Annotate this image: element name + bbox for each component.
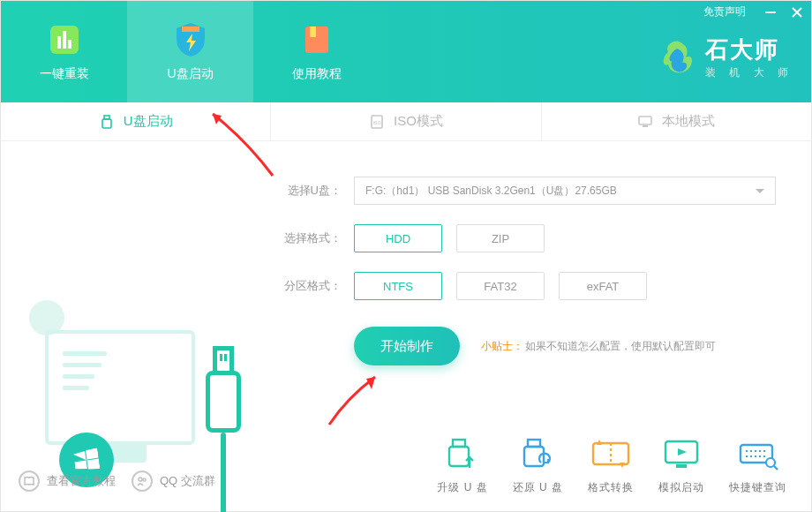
svg-rect-16: [528, 440, 540, 447]
tip-text: 小贴士：如果不知道怎么配置，使用默认配置即可: [481, 339, 716, 354]
book-icon: [299, 22, 335, 57]
svg-rect-15: [449, 447, 469, 466]
action-label: 升级 U 盘: [437, 480, 487, 495]
svg-rect-2: [57, 36, 61, 49]
action-label: 格式转换: [588, 480, 634, 495]
action-label: 模拟启动: [658, 480, 704, 495]
fs-option-fat32[interactable]: FAT32: [456, 272, 545, 300]
tab-label: 本地模式: [662, 113, 715, 130]
format-option-hdd[interactable]: HDD: [354, 224, 442, 252]
iso-file-icon: ISO: [369, 114, 385, 130]
tab-local-mode[interactable]: 本地模式: [542, 102, 811, 140]
format-label: 选择格式：: [276, 230, 342, 246]
play-monitor-icon: [658, 436, 704, 473]
svg-point-28: [143, 478, 146, 481]
action-upgrade-usb[interactable]: 升级 U 盘: [437, 436, 487, 495]
monitor-icon: [637, 114, 653, 130]
action-label: 还原 U 盘: [513, 480, 563, 495]
action-bar: 升级 U 盘 还原 U 盘 格式转换 模拟启动 快捷键查询: [437, 436, 786, 495]
svg-rect-13: [643, 125, 648, 127]
usb-up-icon: [440, 436, 485, 473]
footer-links: 查看官方教程 QQ 交流群: [19, 471, 215, 492]
nav-label: U盘启动: [167, 66, 213, 82]
tab-usb-boot[interactable]: U盘启动: [1, 102, 271, 140]
tab-label: ISO模式: [394, 113, 443, 130]
nav-usb-boot[interactable]: U盘启动: [127, 1, 253, 102]
action-format-convert[interactable]: 格式转换: [588, 436, 634, 495]
svg-rect-14: [453, 440, 465, 447]
brand-block: 石大师 装 机 大 师: [659, 34, 793, 80]
svg-rect-9: [102, 119, 111, 128]
u-disk-label: 选择U盘：: [276, 183, 342, 199]
fs-option-ntfs[interactable]: NTFS: [354, 272, 442, 300]
format-option-zip[interactable]: ZIP: [456, 224, 545, 252]
bar-chart-icon: [47, 22, 82, 57]
mode-tabs: U盘启动 ISO ISO模式 本地模式: [1, 102, 811, 141]
svg-rect-21: [676, 464, 687, 468]
u-disk-value: F:G:（hd1） USB SanDisk 3.2Gen1（U盘）27.65GB: [365, 184, 617, 199]
app-header: 免责声明 一键重装 U盘启动 使用教程: [1, 1, 811, 102]
svg-rect-3: [63, 31, 66, 49]
svg-text:ISO: ISO: [373, 120, 381, 125]
action-hotkey-lookup[interactable]: 快捷键查询: [729, 436, 786, 495]
u-disk-select[interactable]: F:G:（hd1） USB SanDisk 3.2Gen1（U盘）27.65GB: [354, 177, 776, 205]
start-make-button[interactable]: 开始制作: [354, 327, 460, 365]
svg-rect-12: [639, 117, 651, 124]
link-label: 查看官方教程: [47, 473, 116, 489]
svg-rect-7: [310, 26, 316, 37]
book-open-icon: [19, 471, 40, 492]
brand-logo-icon: [659, 38, 698, 77]
svg-rect-6: [305, 26, 328, 53]
svg-rect-0: [765, 11, 776, 13]
nav-reinstall[interactable]: 一键重装: [1, 1, 127, 102]
link-label: QQ 交流群: [160, 473, 215, 489]
svg-line-26: [774, 466, 778, 470]
disclaimer-link[interactable]: 免责声明: [703, 4, 746, 19]
usb-refresh-icon: [515, 436, 560, 473]
link-qq-group[interactable]: QQ 交流群: [132, 471, 215, 492]
link-official-tutorial[interactable]: 查看官方教程: [19, 471, 116, 492]
people-icon: [132, 471, 153, 492]
action-restore-usb[interactable]: 还原 U 盘: [513, 436, 563, 495]
brand-name: 石大师: [705, 34, 793, 65]
monitor-illustration: [45, 330, 195, 445]
nav-label: 一键重装: [40, 66, 89, 82]
main-nav: 一键重装 U盘启动 使用教程: [1, 1, 380, 102]
svg-point-25: [766, 458, 775, 467]
keyboard-search-icon: [735, 436, 781, 473]
illustration-panel: [1, 141, 271, 512]
shield-lightning-icon: [173, 22, 208, 57]
fs-label: 分区格式：: [276, 278, 342, 294]
svg-point-27: [139, 478, 142, 481]
action-simulate-boot[interactable]: 模拟启动: [658, 436, 704, 495]
usb-icon: [99, 114, 115, 130]
svg-rect-4: [68, 40, 71, 49]
fs-option-exfat[interactable]: exFAT: [559, 272, 647, 300]
close-button[interactable]: [790, 5, 804, 19]
brand-subtitle: 装 机 大 师: [705, 65, 793, 80]
svg-rect-5: [182, 26, 199, 32]
tab-iso-mode[interactable]: ISO ISO模式: [271, 102, 541, 140]
tab-label: U盘启动: [124, 113, 173, 130]
convert-icon: [588, 436, 634, 473]
action-label: 快捷键查询: [729, 480, 786, 495]
nav-tutorial[interactable]: 使用教程: [253, 1, 380, 102]
minimize-button[interactable]: [763, 5, 778, 19]
nav-label: 使用教程: [292, 66, 342, 82]
